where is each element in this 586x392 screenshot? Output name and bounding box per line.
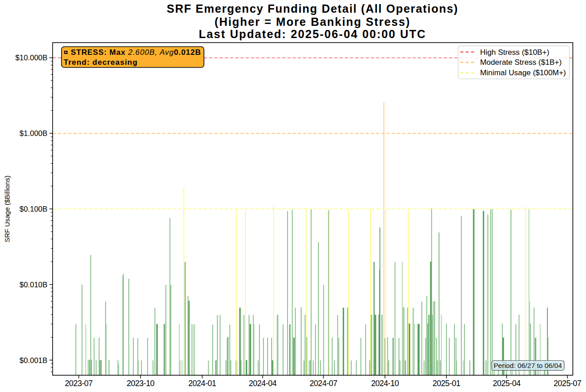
- svg-text:$0.001B: $0.001B: [20, 356, 47, 364]
- svg-text:2024-07: 2024-07: [310, 379, 337, 388]
- svg-text:Trend: decreasing: Trend: decreasing: [63, 58, 137, 67]
- svg-text:Moderate Stress ($1B+): Moderate Stress ($1B+): [480, 58, 562, 67]
- svg-text:2025-01: 2025-01: [433, 379, 460, 388]
- svg-text:2025-04: 2025-04: [493, 379, 521, 388]
- svg-text:(Higher = More Banking Stress): (Higher = More Banking Stress): [215, 15, 410, 28]
- svg-text:SRF Usage ($Billions): SRF Usage ($Billions): [3, 175, 11, 242]
- svg-text:Minimal Usage ($100M+): Minimal Usage ($100M+): [480, 68, 566, 77]
- svg-text:$0.010B: $0.010B: [20, 281, 47, 289]
- svg-text:¤ STRESS: Max 2.600B, Avg0.012: ¤ STRESS: Max 2.600B, Avg0.012B: [63, 48, 201, 57]
- svg-text:$1.000B: $1.000B: [20, 129, 47, 137]
- svg-text:$0.100B: $0.100B: [20, 205, 47, 213]
- svg-text:High Stress ($10B+): High Stress ($10B+): [480, 48, 550, 57]
- svg-text:$10.000B: $10.000B: [15, 53, 48, 62]
- svg-text:Period: 06/27 to 06/04: Period: 06/27 to 06/04: [493, 362, 562, 369]
- svg-text:SRF Emergency Funding Detail (: SRF Emergency Funding Detail (All Operat…: [167, 2, 459, 15]
- svg-text:2024-01: 2024-01: [188, 379, 216, 388]
- svg-text:2023-07: 2023-07: [65, 379, 93, 388]
- svg-text:2025-07: 2025-07: [554, 379, 581, 388]
- svg-text:Last Updated: 2025-06-04 00:00: Last Updated: 2025-06-04 00:00 UTC: [199, 28, 426, 40]
- svg-text:2024-10: 2024-10: [371, 379, 399, 388]
- svg-text:2024-04: 2024-04: [249, 379, 277, 388]
- svg-text:2023-10: 2023-10: [127, 379, 155, 388]
